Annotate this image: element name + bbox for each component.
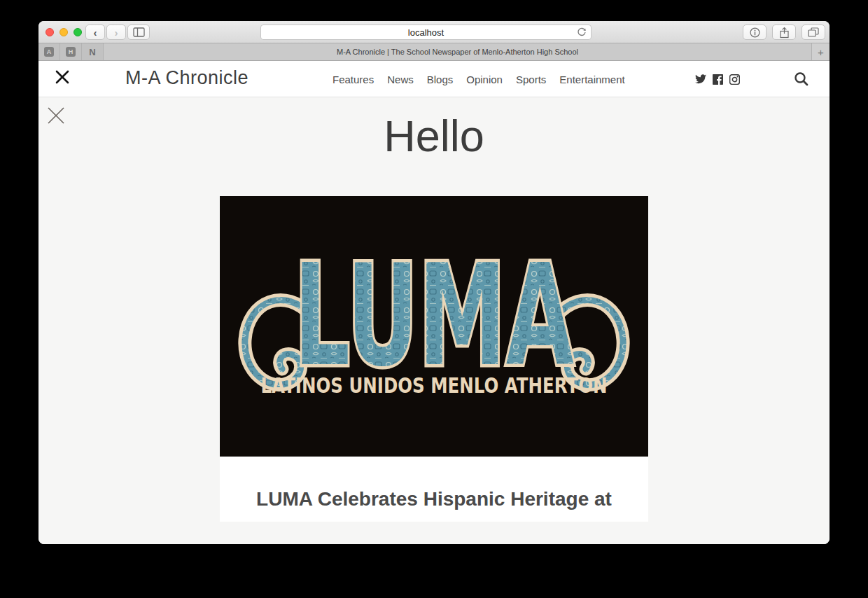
- tab-overview-button[interactable]: [802, 25, 825, 40]
- minimize-window-button[interactable]: [59, 28, 68, 36]
- pinned-tab-n-favicon: N: [89, 47, 95, 57]
- menu-close-button[interactable]: [54, 69, 71, 88]
- site-logo[interactable]: M-A Chronicle: [125, 67, 248, 89]
- share-icon: [779, 27, 790, 39]
- nav-item-entertainment[interactable]: Entertainment: [559, 74, 624, 85]
- main-nav: Features News Blogs Opinion Sports Enter…: [332, 61, 625, 97]
- back-chevron-icon: ‹: [94, 27, 97, 38]
- new-tab-button[interactable]: +: [811, 43, 830, 60]
- article-title[interactable]: LUMA Celebrates Hispanic Heritage at: [220, 457, 648, 511]
- page-content: Hello: [38, 97, 830, 544]
- nav-item-news[interactable]: News: [387, 74, 414, 85]
- nav-item-features[interactable]: Features: [332, 74, 374, 85]
- address-bar-url: localhost: [408, 27, 444, 38]
- article-thumbnail-luma-shirt[interactable]: LUMA LATINOS UNIDOS MENLO ATHERTON: [220, 196, 648, 457]
- share-button[interactable]: [772, 25, 796, 40]
- sidebar-toggle-button[interactable]: [127, 25, 150, 40]
- tabs-icon: [808, 27, 819, 37]
- twitter-icon[interactable]: [695, 74, 706, 84]
- browser-window: ‹ › localhost: [38, 21, 830, 544]
- page-title: Hello: [38, 113, 830, 159]
- forward-chevron-icon: ›: [115, 27, 118, 38]
- social-links: [695, 61, 740, 97]
- tab-bar: A H N M-A Chronicle | The School Newspap…: [38, 43, 830, 61]
- forward-button[interactable]: ›: [106, 25, 126, 40]
- pinned-tab-h[interactable]: H: [60, 43, 82, 60]
- browser-toolbar: ‹ › localhost: [38, 21, 830, 43]
- active-tab[interactable]: M-A Chronicle | The School Newspaper of …: [104, 43, 811, 60]
- nav-item-blogs[interactable]: Blogs: [427, 74, 454, 85]
- nav-item-sports[interactable]: Sports: [516, 74, 546, 85]
- site-header: M-A Chronicle Features News Blogs Opinio…: [38, 61, 830, 97]
- close-x-icon: [54, 69, 71, 85]
- plus-icon: +: [818, 46, 824, 58]
- reload-button[interactable]: [577, 27, 587, 39]
- pinned-tab-h-favicon: H: [66, 47, 76, 57]
- zoom-window-button[interactable]: [74, 28, 82, 36]
- back-button[interactable]: ‹: [85, 25, 105, 40]
- article-card[interactable]: LUMA LATINOS UNIDOS MENLO ATHERTON LUMA …: [220, 196, 648, 522]
- sidebar-icon: [133, 27, 145, 37]
- close-window-button[interactable]: [46, 28, 54, 36]
- pinned-tab-a[interactable]: A: [38, 43, 60, 60]
- instagram-icon[interactable]: [729, 74, 740, 85]
- luma-subtitle-text: LATINOS UNIDOS MENLO ATHERTON: [261, 373, 608, 398]
- facebook-icon[interactable]: [713, 74, 723, 85]
- article-card-body: LUMA Celebrates Hispanic Heritage at: [220, 457, 648, 522]
- active-tab-title: M-A Chronicle | The School Newspaper of …: [337, 48, 578, 56]
- pinned-tab-a-favicon: A: [44, 47, 54, 57]
- address-bar[interactable]: localhost: [260, 25, 592, 40]
- reload-icon: [577, 27, 587, 37]
- nav-item-opinion[interactable]: Opinion: [466, 74, 503, 85]
- info-icon: [750, 27, 760, 38]
- search-button[interactable]: [794, 71, 808, 89]
- search-icon: [794, 71, 808, 86]
- reader-info-button[interactable]: [743, 25, 766, 40]
- pinned-tab-n[interactable]: N: [82, 43, 104, 60]
